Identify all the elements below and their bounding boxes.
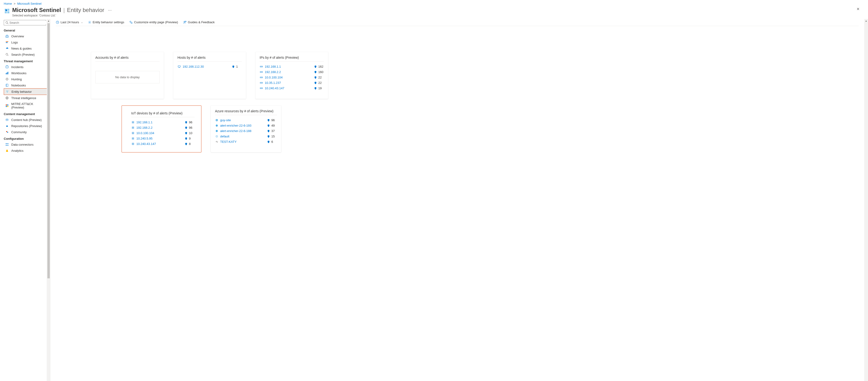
search-icon [5,53,9,56]
alert-count: 8 [189,142,194,146]
sidebar-item-data-connectors[interactable]: Data connectors [4,141,48,148]
overview-icon [5,34,9,38]
svg-point-64 [132,138,133,139]
entity-link[interactable]: 10.0.100.104 [265,76,314,79]
sidebar-item-workbooks[interactable]: Workbooks [4,70,48,76]
sidebar-item-analytics[interactable]: Analytics [4,148,48,154]
entity-icon [5,90,9,93]
main-scrollbar[interactable]: ▲ ▼ [864,19,868,381]
entity-link[interactable]: default [220,135,267,138]
clock-icon [56,21,59,24]
breadcrumb-home[interactable]: Home [4,2,12,5]
entity-link[interactable]: 10.240.43.147 [265,86,314,90]
list-item: 192.168.1.1162 [259,64,324,69]
sidebar-item-entity-behavior[interactable]: Entity behavior [4,88,48,95]
repos-icon [5,124,9,128]
guides-feedback-button[interactable]: Guides & Feedback [183,21,215,24]
entity-link[interactable]: 10.240.43.147 [136,142,185,146]
sidebar-item-logs[interactable]: Logs [4,39,48,45]
alert-count: 19 [318,86,324,90]
entity-link[interactable]: 192.168.2.2 [136,126,185,129]
list-item: 10.35.1.23722 [259,80,324,86]
entity-link[interactable]: alert-enricher-22-6-193 [220,124,267,127]
card-hosts: Hosts by # of alerts 192.168.112.301 [173,52,246,99]
ip-icon [259,70,263,74]
res-gen-icon [215,135,218,138]
analytics-icon [5,149,9,152]
svg-point-47 [261,77,261,78]
main-content: Last 24 hours ⌄ Entity behavior settings… [49,19,868,381]
shield-icon [185,121,188,124]
sidebar-item-hunting[interactable]: Hunting [4,76,48,82]
entity-link[interactable]: alert-enricher-22-6-188 [220,129,267,133]
news-icon [5,47,9,50]
ip-icon [259,65,263,68]
scroll-down-icon[interactable]: ▼ [865,380,867,381]
svg-point-40 [262,66,262,67]
svg-rect-36 [179,67,179,68]
chevron-down-icon: ⌄ [81,21,83,24]
entity-link[interactable]: 192.168.112.30 [183,65,232,68]
entity-link[interactable]: 10.35.1.237 [265,81,314,85]
res-web-icon [215,119,218,122]
customize-page-button[interactable]: Customize entity page (Preview) [129,21,178,24]
svg-point-62 [132,133,133,134]
svg-rect-18 [6,105,7,106]
entity-link[interactable]: guy-site [220,118,267,122]
svg-point-56 [262,88,262,89]
more-menu[interactable]: ⋯ [108,8,112,12]
sidebar-search[interactable] [4,20,46,25]
shield-icon [185,137,188,140]
iot-icon [131,121,134,124]
entity-link[interactable]: 10.240.5.95 [136,137,185,140]
svg-point-38 [260,66,261,67]
shield-icon [185,143,188,145]
no-data-message: No data to display [95,71,160,83]
dataconn-icon [5,143,9,146]
alert-count: 1 [236,65,242,68]
nav-item-label: Notebooks [11,84,26,87]
sidebar-item-search-preview-[interactable]: Search (Preview) [4,52,48,58]
svg-line-1 [7,23,8,24]
card-ips: IPs by # of alerts (Preview) 192.168.1.1… [255,52,328,99]
list-item: alert-enricher-22-6-18837 [215,128,277,134]
entity-link[interactable]: 10.0.100.104 [136,131,185,135]
svg-point-32 [130,21,131,22]
entity-link[interactable]: 192.168.1.1 [265,65,314,68]
nav-item-label: Analytics [11,149,24,152]
svg-point-48 [262,77,262,78]
alert-count: 96 [271,118,277,122]
time-range-picker[interactable]: Last 24 hours ⌄ [56,21,83,24]
sidebar-item-community[interactable]: Community [4,129,48,135]
sidebar-item-mitre-att-ck-preview-[interactable]: MITRE ATT&CK (Preview) [4,101,48,110]
card-azure-resources: Azure resources by # of alerts (Preview)… [211,106,281,152]
notebooks-icon [5,83,9,87]
sidebar-item-news-guides[interactable]: News & guides [4,45,48,52]
list-item: 10.240.43.1478 [131,141,194,147]
svg-point-43 [261,72,261,72]
close-icon[interactable]: ✕ [855,6,861,12]
sidebar-item-incidents[interactable]: Incidents [4,64,48,70]
list-item: TEST-KATY6 [215,139,277,144]
workspace-label: Selected workspace: 'Contoso Ltd.' [12,14,112,17]
sidebar-item-repositories-preview-[interactable]: Repositories (Preview) [4,123,48,129]
sidebar-item-threat-intelligence[interactable]: Threat intelligence [4,95,48,101]
entity-link[interactable]: 192.168.1.1 [136,120,185,124]
sidebar-item-content-hub-preview-[interactable]: Content hub (Preview) [4,117,48,123]
card-title: Accounts by # of alerts [95,56,160,62]
sidebar-item-overview[interactable]: Overview [4,33,48,39]
entity-settings-button[interactable]: Entity behavior settings [88,21,124,24]
svg-rect-26 [6,143,7,144]
entity-link[interactable]: TEST-KATY [220,140,267,144]
breadcrumb-parent[interactable]: Microsoft Sentinel [18,2,41,5]
svg-point-46 [260,77,261,78]
nav-item-label: Workbooks [11,71,27,75]
search-input[interactable] [9,21,49,24]
sidebar-item-notebooks[interactable]: Notebooks [4,82,48,88]
svg-rect-2 [6,41,8,42]
alert-count: 9 [189,137,194,140]
nav-item-label: Threat intelligence [11,96,36,100]
list-item: guy-site96 [215,117,277,123]
scroll-up-icon[interactable]: ▲ [865,19,867,23]
entity-link[interactable]: 192.168.2.2 [265,70,314,74]
